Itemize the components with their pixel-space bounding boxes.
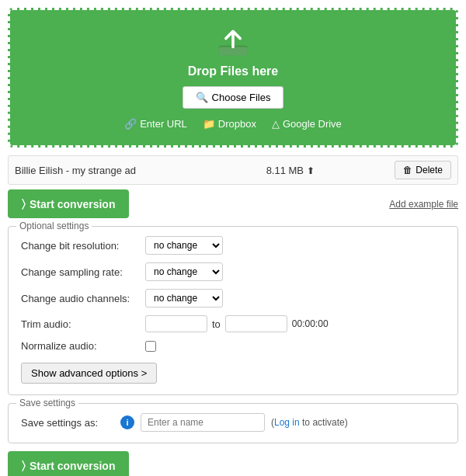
- choose-files-button[interactable]: 🔍 Choose Files: [183, 86, 284, 109]
- upload-icon: [216, 26, 250, 60]
- advanced-options-button[interactable]: Show advanced options >: [21, 363, 157, 384]
- info-icon[interactable]: i: [120, 415, 134, 429]
- trim-audio-label: Trim audio:: [21, 318, 145, 330]
- drop-text: Drop Files here: [26, 64, 440, 78]
- link-icon: 🔗: [124, 118, 137, 130]
- normalize-checkbox[interactable]: [145, 341, 156, 352]
- sampling-rate-label: Change sampling rate:: [21, 266, 145, 278]
- dropbox-link[interactable]: 📁 Dropbox: [203, 118, 256, 130]
- add-example-link[interactable]: Add example file: [389, 199, 458, 210]
- upload-arrow-icon: ⬆: [307, 165, 315, 176]
- save-settings-row: Save settings as: i (Log in to activate): [21, 413, 445, 432]
- file-row: Billie Eilish - my strange ad 8.11 MB ⬆ …: [8, 155, 458, 185]
- normalize-audio-label: Normalize audio:: [21, 340, 145, 352]
- sampling-rate-row: Change sampling rate: no change 8000 Hz …: [21, 262, 445, 281]
- toolbar-row: 〉 Start conversion Add example file: [8, 189, 458, 218]
- bit-resolution-row: Change bit resolution: no change 8 bit 1…: [21, 236, 445, 255]
- audio-channels-row: Change audio channels: no change mono st…: [21, 289, 445, 307]
- google-drive-link[interactable]: △ Google Drive: [272, 118, 342, 130]
- trim-audio-row: Trim audio: to 00:00:00: [21, 315, 445, 332]
- save-settings-box: Save settings Save settings as: i (Log i…: [8, 403, 458, 443]
- login-link[interactable]: (Log in to activate): [271, 417, 348, 428]
- svg-rect-1: [219, 47, 248, 56]
- trim-time-display: 00:00:00: [292, 318, 329, 329]
- dropbox-icon: 📁: [203, 118, 215, 130]
- trim-controls: to 00:00:00: [145, 315, 329, 332]
- file-name: Billie Eilish - my strange ad: [15, 165, 186, 176]
- search-icon: 🔍: [196, 92, 208, 103]
- save-name-input[interactable]: [141, 413, 265, 432]
- bottom-start-conversion-button[interactable]: 〉 Start conversion: [8, 451, 129, 476]
- bottom-chevron-icon: 〉: [22, 459, 26, 472]
- file-size: 8.11 MB ⬆: [186, 165, 395, 176]
- trim-end-input[interactable]: [225, 315, 287, 332]
- sampling-rate-select[interactable]: no change 8000 Hz 22050 Hz 44100 Hz 4800…: [145, 262, 223, 281]
- trim-to-label: to: [212, 318, 221, 330]
- audio-channels-label: Change audio channels:: [21, 293, 145, 304]
- choose-files-label: Choose Files: [212, 92, 271, 103]
- bit-resolution-label: Change bit resolution:: [21, 240, 145, 252]
- gdrive-icon: △: [272, 118, 280, 130]
- start-conversion-button[interactable]: 〉 Start conversion: [8, 189, 129, 218]
- normalize-audio-row: Normalize audio:: [21, 340, 445, 352]
- optional-settings-box: Optional settings Change bit resolution:…: [8, 226, 458, 395]
- delete-button[interactable]: 🗑 Delete: [395, 161, 451, 179]
- login-anchor[interactable]: Log in: [274, 417, 300, 428]
- drop-zone-links: 🔗 Enter URL 📁 Dropbox △ Google Drive: [26, 118, 440, 130]
- enter-url-link[interactable]: 🔗 Enter URL: [124, 118, 187, 130]
- chevron-icon: 〉: [22, 197, 26, 210]
- optional-settings-title: Optional settings: [16, 221, 92, 231]
- save-settings-label: Save settings as:: [21, 417, 114, 429]
- drop-zone[interactable]: Drop Files here 🔍 Choose Files 🔗 Enter U…: [8, 8, 458, 148]
- audio-channels-select[interactable]: no change mono stereo: [145, 289, 223, 307]
- trim-start-input[interactable]: [145, 315, 207, 332]
- bit-resolution-select[interactable]: no change 8 bit 16 bit 24 bit 32 bit: [145, 236, 223, 255]
- trash-icon: 🗑: [403, 165, 412, 175]
- save-settings-title: Save settings: [16, 398, 78, 408]
